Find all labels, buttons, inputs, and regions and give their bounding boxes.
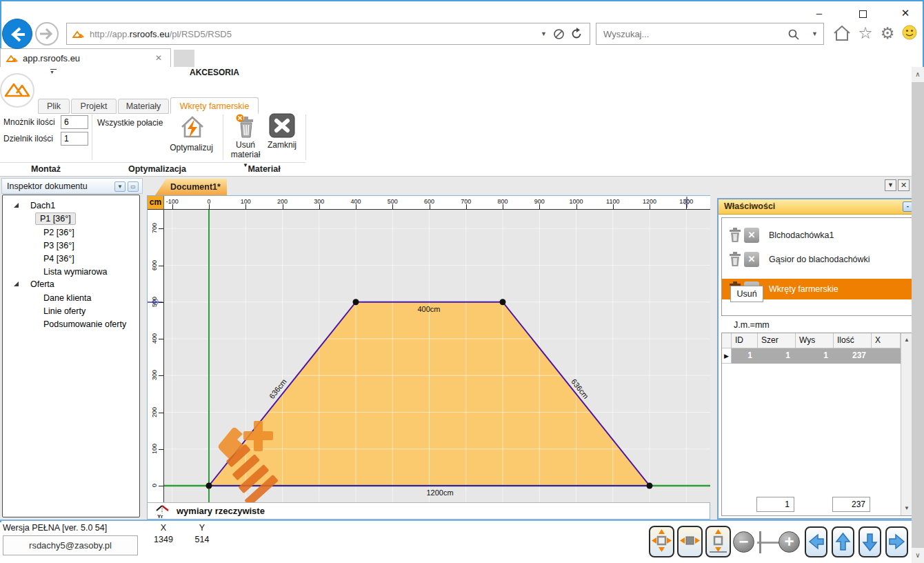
cell-x[interactable] xyxy=(872,348,901,364)
version-label: Wersja PEŁNA [ver. 5.0 54] xyxy=(3,523,107,533)
document-close-button[interactable]: ✕ xyxy=(898,179,910,191)
divisor-input[interactable] xyxy=(61,132,88,146)
v-ruler-tick: 300 xyxy=(151,368,159,383)
inspector-menu-button[interactable]: ▼ xyxy=(114,181,125,192)
tree-item-lista-wymiarowa[interactable]: Lista wymiarowa xyxy=(39,266,111,277)
ruler-unit-box[interactable]: cm xyxy=(148,196,164,210)
search-input[interactable] xyxy=(602,26,761,42)
search-icon[interactable] xyxy=(787,28,800,41)
forward-button[interactable] xyxy=(35,22,59,46)
tab-title: app.rsroofs.eu xyxy=(23,53,155,63)
zoom-slider-handle[interactable] xyxy=(759,531,761,553)
tree-node-oferta[interactable]: Oferta xyxy=(30,279,54,289)
favorites-button[interactable]: ☆ xyxy=(855,23,876,44)
tree-item-p1[interactable]: P1 [36°] xyxy=(35,213,76,225)
search-dropdown-icon[interactable]: ▼ xyxy=(812,30,818,37)
cell-wys[interactable]: 1 xyxy=(796,348,834,364)
back-arrow-icon xyxy=(3,19,33,50)
address-dropdown-icon[interactable]: ▼ xyxy=(541,30,547,37)
ribbon-tab-materialy[interactable]: Materiały xyxy=(118,99,169,114)
feedback-button[interactable] xyxy=(899,23,920,44)
cell-id[interactable]: 1 xyxy=(732,348,758,364)
zoom-in-button[interactable]: + xyxy=(779,531,800,553)
inspector-tree: Dach1 P1 [36°] P2 [36°] P3 [36°] P4 [36°… xyxy=(2,195,140,517)
window-minimize-button[interactable]: – xyxy=(803,4,835,22)
col-header-ilosc[interactable]: Ilość xyxy=(834,333,872,348)
document-list-dropdown-button[interactable]: ▼ xyxy=(885,179,896,191)
grid-scrollbar[interactable]: ▲ ▼ xyxy=(901,333,912,515)
grid-footer-input-szer[interactable] xyxy=(756,497,794,512)
scrollbar-up-icon[interactable]: ∧ xyxy=(912,67,924,82)
multiplier-input[interactable] xyxy=(61,115,88,129)
ribbon-tab-plik[interactable]: Plik xyxy=(38,99,70,114)
tree-item-p4[interactable]: P4 [36°] xyxy=(39,253,79,264)
tree-item-podsumowanie-oferty[interactable]: Podsumowanie oferty xyxy=(39,319,130,330)
optimize-house-lightning-icon xyxy=(179,114,205,141)
quick-access-toolbar-icon[interactable]: ▼ xyxy=(50,69,58,74)
pan-down-button[interactable] xyxy=(858,526,881,557)
optimize-button[interactable]: Optymalizuj xyxy=(165,114,217,159)
close-material-button[interactable]: Zamknij xyxy=(265,112,299,159)
pan-right-button[interactable] xyxy=(885,526,908,557)
smiley-icon xyxy=(901,23,918,41)
back-button[interactable] xyxy=(2,19,32,49)
tree-item-linie-oferty[interactable]: Linie oferty xyxy=(39,306,90,317)
tree-item-p2[interactable]: P2 [36°] xyxy=(39,227,79,238)
window-close-button[interactable]: ✕ xyxy=(890,4,921,22)
document-footer: Yr wymiary rzeczywiste xyxy=(148,502,710,519)
new-tab-button[interactable] xyxy=(174,50,194,67)
zoom-out-button[interactable]: − xyxy=(733,531,754,553)
settings-button[interactable]: ⚙ xyxy=(877,23,898,44)
pan-up-button[interactable] xyxy=(832,526,854,557)
star-icon: ☆ xyxy=(858,23,873,42)
window-maximize-button[interactable] xyxy=(847,4,878,22)
browser-scrollbar[interactable]: ∧ ∨ xyxy=(912,67,924,563)
tree-item-dane-klienta[interactable]: Dane klienta xyxy=(39,293,96,304)
search-box[interactable]: ▼ xyxy=(596,23,824,45)
account-field[interactable] xyxy=(3,535,138,555)
tree-expander-icon[interactable] xyxy=(14,282,19,286)
tab-close-icon[interactable]: ✕ xyxy=(155,53,162,63)
material-row-blachodachowka[interactable]: ✕ Blchodachówka1 xyxy=(722,225,912,246)
trash-icon[interactable] xyxy=(727,227,743,244)
trash-icon[interactable] xyxy=(727,251,743,268)
refresh-icon[interactable] xyxy=(570,28,583,40)
ribbon-tab-wkrety-farmerskie[interactable]: Wkręty farmerskie xyxy=(170,97,259,114)
delete-material-button[interactable]: Usuń xyxy=(730,286,763,302)
drawing-canvas[interactable]: 400cm 1200cm 636cm 636cm xyxy=(164,210,710,502)
cell-ilosc[interactable]: 237 xyxy=(834,348,872,364)
material-remove-icon[interactable]: ✕ xyxy=(744,252,759,267)
tree-expander-icon[interactable] xyxy=(14,203,19,208)
browser-tab[interactable]: app.rsroofs.eu ✕ xyxy=(0,48,171,67)
address-bar[interactable]: http://app.rsroofs.eu/pl/RSD5/RSD5 ▼ xyxy=(66,23,590,45)
cursor-x-value: 1349 xyxy=(148,535,179,544)
material-row-gasior[interactable]: ✕ Gąsior do blachodachówki xyxy=(722,249,912,270)
unit-label: J.m.=mm xyxy=(734,320,770,330)
home-button[interactable] xyxy=(832,23,852,44)
zoom-fit-all-button[interactable] xyxy=(649,526,674,557)
col-header-szer[interactable]: Szer xyxy=(758,333,796,348)
remove-material-button[interactable]: Usuń materiał ▼ xyxy=(228,112,263,159)
properties-panel: Właściwości - ✕ Blchodachówka1 ✕ Gąsior … xyxy=(717,198,917,520)
tree-item-p3[interactable]: P3 [36°] xyxy=(39,240,79,251)
scrollbar-down-icon[interactable]: ∨ xyxy=(912,548,924,563)
divisor-label: Dzielnik ilości xyxy=(3,134,53,144)
ribbon: ▼ AKCESORIA Plik Projekt Materiały Wkręt… xyxy=(0,67,912,177)
scroll-up-icon[interactable]: ▲ xyxy=(901,335,912,346)
ribbon-tab-projekt[interactable]: Projekt xyxy=(71,99,117,114)
col-header-x[interactable]: X xyxy=(872,333,901,348)
stop-icon[interactable] xyxy=(553,28,565,40)
inspector-minimize-button[interactable]: ▭ xyxy=(128,181,139,192)
document-tab[interactable]: Document1* xyxy=(155,179,227,195)
pan-left-button[interactable] xyxy=(805,526,827,557)
app-logo[interactable] xyxy=(0,73,34,108)
col-header-wys[interactable]: Wys xyxy=(796,333,834,348)
grid-footer-input-ilosc[interactable] xyxy=(832,497,870,512)
col-header-id[interactable]: ID xyxy=(732,333,758,348)
zoom-fit-height-button[interactable] xyxy=(705,526,731,557)
cell-szer[interactable]: 1 xyxy=(758,348,796,364)
scroll-down-icon[interactable]: ▼ xyxy=(901,503,912,514)
tree-node-dach1[interactable]: Dach1 xyxy=(30,201,55,210)
material-remove-icon[interactable]: ✕ xyxy=(744,228,759,243)
zoom-fit-width-button[interactable] xyxy=(677,526,703,557)
